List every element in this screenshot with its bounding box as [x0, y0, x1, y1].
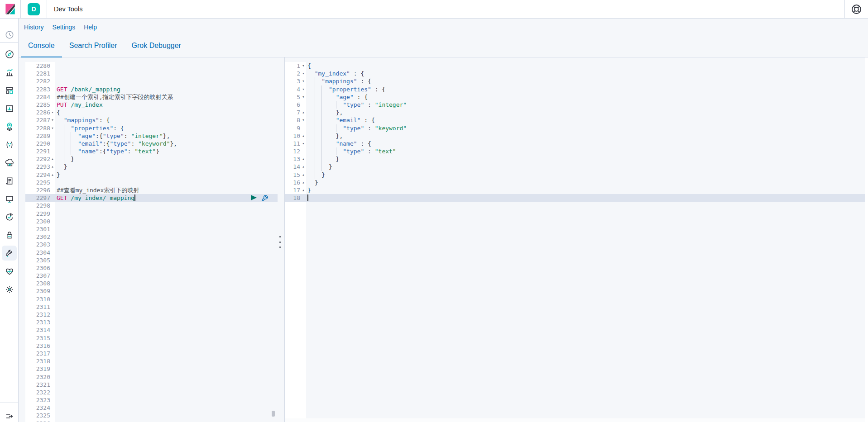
request-line[interactable]: 2320	[25, 373, 278, 381]
code-text[interactable]	[55, 210, 278, 218]
code-text[interactable]: }	[55, 171, 278, 179]
request-line[interactable]: 2287▾ "mappings": {	[25, 116, 278, 124]
request-editor[interactable]: 2280228122822283GET /bank/_mapping2284##…	[25, 57, 278, 422]
fold-close-icon[interactable]: ▴	[301, 179, 306, 186]
sidebar-item-logs[interactable]	[2, 173, 17, 188]
request-line[interactable]: 2280	[25, 62, 278, 70]
sidebar-item-maps[interactable]	[2, 119, 17, 134]
response-editor[interactable]: 1▾{2▾ "my_index" : {3▾ "mappings" : {4▾ …	[285, 57, 865, 422]
request-editor-scrollbar[interactable]	[272, 411, 275, 417]
request-line[interactable]: 2314	[25, 326, 278, 334]
tab-console[interactable]: Console	[21, 35, 62, 57]
code-text[interactable]: {	[55, 109, 278, 116]
request-line[interactable]: 2306	[25, 264, 278, 272]
request-line[interactable]: 2290 "email":{"type": "keyword"},	[25, 140, 278, 147]
sidebar-item-management[interactable]	[2, 282, 17, 297]
code-filler[interactable]	[306, 202, 865, 422]
request-line[interactable]: 2293▴ }	[25, 163, 278, 171]
code-text[interactable]: },	[306, 132, 865, 140]
code-text[interactable]: "type" : "keyword"	[306, 124, 865, 132]
code-text[interactable]	[55, 334, 278, 342]
sidebar-item-metrics[interactable]	[2, 155, 17, 170]
request-line[interactable]: 2296##查看my_index索引下的映射	[25, 186, 278, 194]
sidebar-item-siem[interactable]	[2, 228, 17, 242]
request-line[interactable]: 2285PUT /my_index	[25, 101, 278, 109]
code-text[interactable]	[55, 365, 278, 373]
tab-search-profiler[interactable]: Search Profiler	[62, 35, 125, 57]
code-text[interactable]	[55, 311, 278, 318]
code-text[interactable]	[55, 287, 278, 295]
code-text[interactable]: {	[306, 62, 865, 70]
fold-open-icon[interactable]: ▾	[301, 116, 306, 124]
request-line[interactable]: 2286▾{	[25, 109, 278, 116]
code-text[interactable]	[55, 233, 278, 241]
response-line[interactable]: 9 "type" : "keyword"	[285, 124, 865, 132]
code-text[interactable]: "my_index" : {	[306, 70, 865, 77]
response-line[interactable]: 14▴ }	[285, 163, 865, 171]
code-text[interactable]: }	[306, 179, 865, 186]
request-line[interactable]: 2303	[25, 241, 278, 248]
sidebar-item-canvas[interactable]	[2, 101, 17, 116]
code-text[interactable]	[55, 342, 278, 350]
response-line[interactable]: 3▾ "mappings" : {	[285, 77, 865, 85]
request-line[interactable]: 2310	[25, 295, 278, 303]
code-text[interactable]: "mappings" : {	[306, 77, 865, 85]
fold-close-icon[interactable]: ▴	[301, 186, 306, 194]
request-line[interactable]: 2322	[25, 389, 278, 396]
fold-open-icon[interactable]: ▾	[301, 77, 306, 85]
request-line[interactable]: 2307	[25, 272, 278, 280]
fold-open-icon[interactable]: ▾	[301, 93, 306, 101]
code-text[interactable]	[55, 295, 278, 303]
code-text[interactable]	[55, 62, 278, 70]
request-line[interactable]: 2282	[25, 77, 278, 85]
code-text[interactable]	[55, 357, 278, 365]
sidebar-item-stack-monitoring[interactable]	[2, 264, 17, 279]
code-text[interactable]	[55, 225, 278, 233]
fold-open-icon[interactable]: ▾	[301, 70, 306, 77]
response-line[interactable]: 1▾{	[285, 62, 865, 70]
code-text[interactable]: ##查看my_index索引下的映射	[55, 186, 278, 194]
response-line[interactable]: 10▴ },	[285, 132, 865, 140]
request-line[interactable]: 2315	[25, 334, 278, 342]
fold-close-icon[interactable]: ▴	[50, 171, 55, 179]
code-text[interactable]	[55, 318, 278, 326]
request-line[interactable]: 2308	[25, 280, 278, 287]
fold-open-icon[interactable]: ▾	[50, 109, 55, 116]
code-text[interactable]: "email":{"type": "keyword"},	[55, 140, 278, 147]
response-line[interactable]: 2▾ "my_index" : {	[285, 70, 865, 77]
code-text[interactable]	[55, 396, 278, 404]
fold-open-icon[interactable]: ▾	[301, 85, 306, 93]
code-text[interactable]: "age" : {	[306, 93, 865, 101]
code-text[interactable]	[55, 389, 278, 396]
code-text[interactable]	[55, 404, 278, 412]
fold-open-icon[interactable]: ▾	[301, 62, 306, 70]
request-line[interactable]: 2295	[25, 179, 278, 186]
request-line[interactable]: 2318	[25, 357, 278, 365]
tab-grok-debugger[interactable]: Grok Debugger	[125, 35, 188, 57]
response-line[interactable]: 15▴ }	[285, 171, 865, 179]
response-line[interactable]: 7▴ },	[285, 109, 865, 116]
request-line[interactable]: 2299	[25, 210, 278, 218]
menu-item-help[interactable]: Help	[84, 24, 97, 31]
menu-item-history[interactable]: History	[24, 24, 44, 31]
response-line[interactable]: 4▾ "properties" : {	[285, 85, 865, 93]
fold-close-icon[interactable]: ▴	[50, 155, 55, 163]
code-text[interactable]	[55, 272, 278, 280]
code-text[interactable]	[55, 70, 278, 77]
code-text[interactable]: }	[306, 171, 865, 179]
kibana-logo[interactable]	[0, 0, 21, 18]
response-line[interactable]: 13▴ }	[285, 155, 865, 163]
code-text[interactable]	[55, 412, 278, 419]
response-line[interactable]: 6 "type" : "integer"	[285, 101, 865, 109]
code-text[interactable]	[55, 241, 278, 248]
request-line[interactable]: 2305	[25, 256, 278, 264]
code-text[interactable]: "email" : {	[306, 116, 865, 124]
code-text[interactable]	[55, 179, 278, 186]
response-line[interactable]: 8▾ "email" : {	[285, 116, 865, 124]
request-line[interactable]: 2288▾ "properties": {	[25, 124, 278, 132]
request-line[interactable]: 2281	[25, 70, 278, 77]
request-line[interactable]: 2304	[25, 249, 278, 256]
request-line[interactable]: 2283GET /bank/_mapping	[25, 85, 278, 93]
request-line[interactable]: 2301	[25, 225, 278, 233]
code-text[interactable]	[55, 381, 278, 389]
